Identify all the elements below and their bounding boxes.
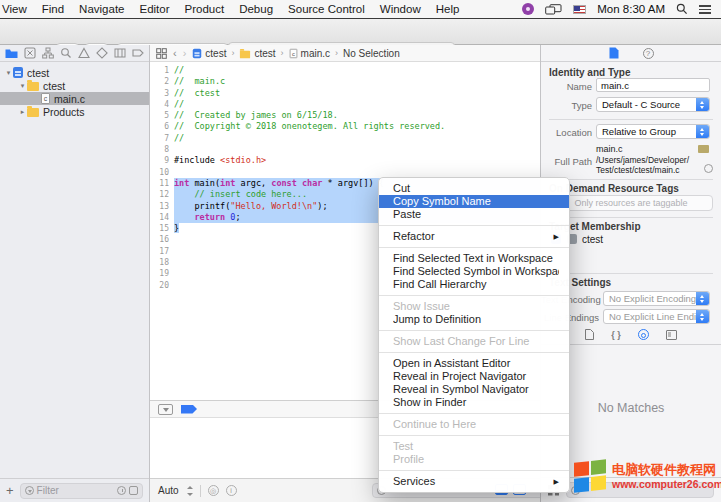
spotlight-search-icon[interactable]: [676, 3, 688, 15]
menu-debug[interactable]: Debug: [239, 3, 273, 15]
code-line-6[interactable]: 6// Copyright © 2018 onenotegem. All rig…: [150, 121, 540, 132]
hide-debug-area-button[interactable]: [158, 404, 173, 415]
context-menu-item-show-in-finder[interactable]: Show in Finder: [379, 396, 569, 409]
menu-help[interactable]: Help: [436, 3, 460, 15]
text-encoding-dropdown[interactable]: No Explicit Encoding: [603, 291, 710, 306]
navigator-row-ctest[interactable]: ▾ctest: [0, 79, 149, 92]
menu-editor[interactable]: Editor: [139, 3, 169, 15]
location-dropdown[interactable]: Relative to Group: [596, 124, 710, 139]
name-field[interactable]: main.c: [596, 78, 710, 92]
file-template-library-tab[interactable]: [585, 329, 594, 340]
location-label: Location: [541, 127, 592, 138]
navigator-row-ctest[interactable]: ▾ctest: [0, 66, 149, 79]
menu-source-control[interactable]: Source Control: [288, 3, 365, 15]
notification-center-icon[interactable]: [699, 5, 711, 14]
input-source-flag-icon[interactable]: [573, 5, 586, 14]
source-control-status-icon[interactable]: [129, 486, 138, 495]
line-number: 14: [150, 212, 174, 223]
add-item-button[interactable]: +: [6, 484, 14, 497]
menu-bar-clock[interactable]: Mon 8:30 AM: [597, 3, 665, 15]
go-back-button[interactable]: ‹: [173, 47, 177, 59]
context-menu-item-find-selected-text-in-workspace[interactable]: Find Selected Text in Workspace: [379, 252, 569, 265]
folder-icon[interactable]: [698, 145, 709, 153]
editor-context-menu: CutCopy Symbol NamePasteRefactor▶Find Se…: [378, 177, 570, 493]
submenu-arrow-icon: ▶: [554, 230, 559, 243]
media-library-tab[interactable]: [666, 330, 677, 340]
app-status-icon[interactable]: [522, 3, 534, 15]
breadcrumb: ctest›ctest›cmain.c›No Selection: [192, 48, 399, 59]
object-library-tab[interactable]: [638, 329, 649, 340]
code-line-9[interactable]: 9#include <stdio.h>: [150, 155, 540, 166]
breadcrumb-item-no-selection[interactable]: No Selection: [343, 48, 400, 59]
airplay-displays-icon[interactable]: [545, 4, 562, 15]
variables-view-scope-popup[interactable]: Auto: [158, 485, 179, 496]
code-line-8[interactable]: 8: [150, 144, 540, 155]
breadcrumb-item-ctest[interactable]: ctest: [192, 48, 226, 59]
context-menu-item-services[interactable]: Services▶: [379, 475, 569, 488]
menu-navigate[interactable]: Navigate: [79, 3, 124, 15]
line-number: 10: [150, 167, 174, 178]
project-icon: [13, 67, 23, 78]
menu-window[interactable]: Window: [380, 3, 421, 15]
context-menu-item-open-in-assistant-editor[interactable]: Open in Assistant Editor: [379, 357, 569, 370]
reveal-path-arrow-icon[interactable]: [704, 164, 713, 173]
location-value: Relative to Group: [597, 126, 696, 137]
source-control-navigator-icon[interactable]: [24, 47, 36, 59]
context-menu-item-paste[interactable]: Paste: [379, 208, 569, 221]
menu-view[interactable]: View: [2, 3, 27, 15]
code-line-2[interactable]: 2// main.c: [150, 76, 540, 87]
code-line-3[interactable]: 3// ctest: [150, 88, 540, 99]
symbol-navigator-icon[interactable]: [42, 47, 54, 59]
navigator-filter-field[interactable]: Filter: [20, 483, 143, 499]
line-endings-dropdown[interactable]: No Explicit Line Endings: [603, 309, 710, 324]
context-menu-item-reveal-in-symbol-navigator[interactable]: Reveal in Symbol Navigator: [379, 383, 569, 396]
resource-tags-field[interactable]: Only resources are taggable: [549, 195, 713, 211]
breakpoints-toggle-icon[interactable]: [181, 405, 197, 414]
context-menu-item-find-call-hierarchy[interactable]: Find Call Hierarchy: [379, 278, 569, 291]
context-menu-item-copy-symbol-name[interactable]: Copy Symbol Name: [379, 195, 569, 208]
menu-find[interactable]: Find: [42, 3, 64, 15]
project-navigator-icon[interactable]: [5, 48, 18, 59]
breadcrumb-item-main-c[interactable]: cmain.c: [289, 48, 330, 59]
submenu-arrow-icon: ▶: [554, 475, 559, 488]
navigator-panel: ▾ctest▾ctestcmain.c▸Products + Filter: [0, 45, 150, 502]
info-icon[interactable]: i: [226, 485, 237, 496]
context-menu-item-find-selected-symbol-in-workspace[interactable]: Find Selected Symbol in Workspace: [379, 265, 569, 278]
context-menu-item-continue-to-here: Continue to Here: [379, 418, 569, 431]
code-line-5[interactable]: 5// Created by james on 6/15/18.: [150, 110, 540, 121]
breadcrumb-item-ctest[interactable]: ctest: [239, 48, 275, 59]
test-navigator-icon[interactable]: [96, 47, 108, 59]
navigator-row-main-c[interactable]: cmain.c: [0, 92, 149, 105]
context-menu-item-refactor[interactable]: Refactor▶: [379, 230, 569, 243]
disclosure-triangle[interactable]: ▾: [4, 69, 13, 77]
breadcrumb-separator: ›: [335, 48, 338, 58]
editor-jump-bar: ‹ › ctest›ctest›cmain.c›No Selection: [150, 45, 540, 62]
code-line-1[interactable]: 1//: [150, 65, 540, 76]
code-snippet-library-tab[interactable]: { }: [611, 330, 621, 340]
disclosure-triangle[interactable]: ▾: [18, 82, 27, 90]
context-menu-item-jump-to-definition[interactable]: Jump to Definition: [379, 313, 569, 326]
breakpoint-navigator-icon[interactable]: [132, 47, 144, 59]
menu-product[interactable]: Product: [185, 3, 225, 15]
full-path-line1: /Users/james/Developer/: [596, 155, 689, 165]
code-line-4[interactable]: 4//: [150, 99, 540, 110]
quick-help-tab[interactable]: ?: [643, 48, 654, 59]
find-navigator-icon[interactable]: [60, 47, 72, 59]
watermark-site-url: www.computer26.com: [612, 478, 721, 490]
file-inspector-tab[interactable]: [609, 47, 619, 59]
navigator-row-products[interactable]: ▸Products: [0, 105, 149, 118]
filter-variables-icon[interactable]: ◎: [208, 485, 219, 496]
debug-navigator-icon[interactable]: [114, 47, 126, 59]
context-menu-item-reveal-in-project-navigator[interactable]: Reveal in Project Navigator: [379, 370, 569, 383]
issue-navigator-icon[interactable]: [78, 47, 90, 59]
menu-item-label: Paste: [393, 208, 559, 221]
filter-placeholder: Filter: [37, 485, 114, 496]
context-menu-item-cut[interactable]: Cut: [379, 182, 569, 195]
disclosure-triangle[interactable]: ▸: [18, 108, 27, 116]
go-forward-button[interactable]: ›: [183, 47, 187, 59]
recent-files-icon[interactable]: [117, 486, 126, 495]
divider: [549, 217, 713, 218]
code-line-7[interactable]: 7//: [150, 133, 540, 144]
related-items-icon[interactable]: [156, 48, 167, 59]
type-dropdown[interactable]: Default - C Source: [596, 97, 710, 112]
